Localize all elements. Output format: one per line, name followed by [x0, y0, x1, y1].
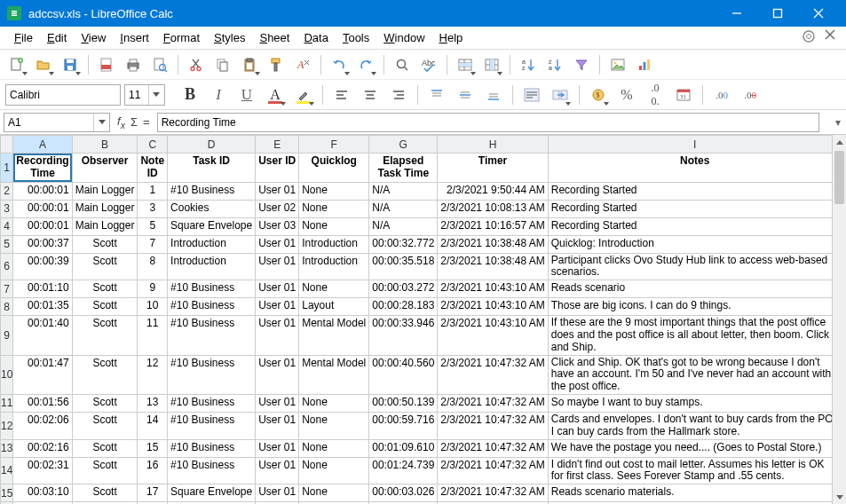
row-header-11[interactable]: 11 — [1, 394, 13, 412]
sort-desc-button[interactable]: za — [543, 53, 566, 76]
bold-button[interactable]: B — [178, 83, 202, 107]
row-header-10[interactable]: 10 — [1, 355, 13, 394]
cell[interactable]: 17 — [138, 484, 168, 502]
cell[interactable]: #10 Business — [168, 439, 256, 457]
cell[interactable]: Introduction — [168, 235, 256, 253]
paste-button[interactable] — [238, 53, 261, 76]
close-doc-button[interactable] — [825, 29, 835, 46]
cell[interactable]: 2/3/2021 10:47:32 AM — [438, 439, 548, 457]
cell[interactable]: 00:00:39 — [13, 253, 72, 280]
row-header-7[interactable]: 7 — [1, 280, 13, 298]
row-header-12[interactable]: 12 — [1, 412, 13, 439]
cell[interactable]: Introduction — [299, 235, 369, 253]
close-button[interactable] — [798, 0, 839, 27]
cell[interactable]: #10 Business — [168, 298, 256, 316]
cell[interactable]: 2/3/2021 10:47:32 AM — [438, 484, 548, 502]
scroll-up-icon[interactable] — [833, 135, 846, 149]
cell[interactable]: None — [299, 412, 369, 439]
cell[interactable]: None — [299, 182, 369, 200]
cell[interactable]: #10 Business — [168, 412, 256, 439]
cell[interactable]: Reads scenario materials. — [548, 484, 832, 502]
cell[interactable]: Scott — [72, 394, 138, 412]
menu-sheet[interactable]: Sheet — [252, 28, 296, 47]
cell[interactable]: 00:01:10 — [13, 280, 72, 298]
underline-button[interactable]: U — [234, 83, 259, 107]
chevron-down-icon[interactable] — [93, 114, 109, 131]
header-cell[interactable]: Quicklog — [299, 154, 369, 183]
cell[interactable]: So maybe I want to buy stamps. — [548, 394, 832, 412]
cell[interactable]: 11 — [138, 316, 168, 355]
cell[interactable]: None — [299, 280, 369, 298]
image-button[interactable] — [606, 53, 629, 76]
cell[interactable]: 00:00:37 — [13, 235, 72, 253]
cell[interactable]: 00:00:03.272 — [369, 280, 438, 298]
cell[interactable]: 2/3/2021 10:38:48 AM — [438, 235, 548, 253]
cell[interactable]: 2/3/2021 9:50:44 AM — [438, 182, 548, 200]
row-button[interactable] — [454, 53, 477, 76]
scroll-down-icon[interactable] — [833, 490, 846, 504]
row-header-9[interactable]: 9 — [1, 316, 13, 355]
header-cell[interactable]: User ID — [256, 154, 299, 183]
cell[interactable]: Mental Model — [299, 316, 369, 355]
header-cell[interactable]: Observer — [72, 154, 138, 183]
menu-view[interactable]: View — [74, 28, 113, 47]
cell[interactable]: 00:00:01 — [13, 182, 72, 200]
cell[interactable]: 00:02:16 — [13, 439, 72, 457]
print-preview-button[interactable] — [148, 53, 171, 76]
cell[interactable]: Recording Started — [548, 182, 832, 200]
cell[interactable]: Scott — [72, 439, 138, 457]
cell[interactable]: Mental Model — [299, 355, 369, 394]
menu-file[interactable]: File — [7, 28, 40, 47]
row-header-13[interactable]: 13 — [1, 439, 13, 457]
cell[interactable]: None — [299, 394, 369, 412]
cell[interactable]: User 01 — [256, 457, 299, 484]
cell[interactable]: 2/3/2021 10:38:48 AM — [438, 253, 548, 280]
cell[interactable]: 00:00:50.139 — [369, 394, 438, 412]
cell[interactable]: User 01 — [256, 235, 299, 253]
export-pdf-button[interactable] — [95, 53, 118, 76]
cell[interactable]: Square Envelope — [168, 484, 256, 502]
cell[interactable]: Scott — [72, 235, 138, 253]
cell[interactable]: 00:03:10 — [13, 484, 72, 502]
cell[interactable]: 00:00:40.560 — [369, 355, 438, 394]
cell[interactable]: 12 — [138, 355, 168, 394]
cell[interactable]: Scott — [72, 253, 138, 280]
align-bottom-button[interactable] — [481, 83, 506, 107]
cell[interactable]: 00:00:33.946 — [369, 316, 438, 355]
percent-button[interactable]: % — [614, 83, 639, 107]
row-header-6[interactable]: 6 — [1, 253, 13, 280]
column-button[interactable] — [480, 53, 503, 76]
menu-window[interactable]: Window — [376, 28, 431, 47]
cell[interactable]: 00:00:32.772 — [369, 235, 438, 253]
cell[interactable]: Scott — [72, 280, 138, 298]
menu-data[interactable]: Data — [296, 28, 335, 47]
cell[interactable]: 15 — [138, 439, 168, 457]
cell[interactable]: Square Envelope — [168, 217, 256, 235]
cell[interactable]: User 01 — [256, 298, 299, 316]
cell[interactable]: 2/3/2021 10:43:10 AM — [438, 298, 548, 316]
copy-button[interactable] — [211, 53, 234, 76]
select-all-corner[interactable] — [1, 136, 13, 154]
align-left-button[interactable] — [329, 83, 354, 107]
cell[interactable]: 00:02:06 — [13, 412, 72, 439]
cell[interactable]: 8 — [138, 253, 168, 280]
chevron-down-icon[interactable] — [148, 85, 162, 105]
spreadsheet-grid[interactable]: ABCDEFGHI 1Recording TimeObserverNote ID… — [0, 135, 832, 504]
column-header-G[interactable]: G — [369, 136, 438, 154]
function-wizard-button[interactable]: fx — [117, 114, 125, 130]
row-header-5[interactable]: 5 — [1, 235, 13, 253]
cell[interactable]: None — [299, 439, 369, 457]
scroll-thumb[interactable] — [834, 151, 844, 204]
cell[interactable]: 7 — [138, 235, 168, 253]
cell[interactable]: Scott — [72, 412, 138, 439]
cell[interactable]: 00:01:47 — [13, 355, 72, 394]
cut-button[interactable] — [185, 53, 208, 76]
clear-format-button[interactable]: A — [291, 53, 314, 76]
font-size-combo[interactable] — [124, 84, 165, 106]
print-button[interactable] — [122, 53, 145, 76]
cell[interactable]: N/A — [369, 217, 438, 235]
row-header-2[interactable]: 2 — [1, 182, 13, 200]
cell[interactable]: Participant clicks Ovo Study Hub link to… — [548, 253, 832, 280]
cell[interactable]: 9 — [138, 280, 168, 298]
cell[interactable]: #10 Business — [168, 457, 256, 484]
